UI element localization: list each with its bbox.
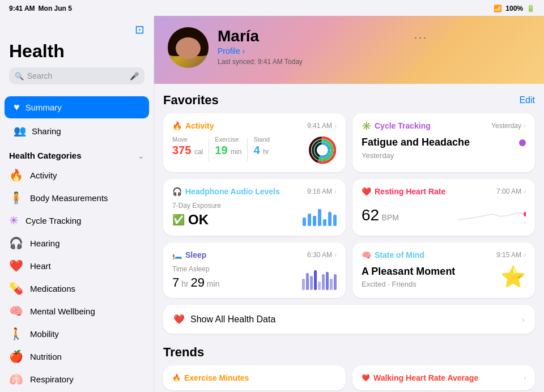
headphone-card-chevron: › (334, 188, 337, 195)
cycle-text: Fatigue and Headache Yesterday (362, 136, 470, 160)
activity-card[interactable]: 🔥 Activity 9:41 AM › Move 375 (163, 113, 346, 172)
cycle-tracking-card[interactable]: ✳️ Cycle Tracking Yesterday › Fatigue an… (352, 113, 535, 172)
sleep-bar-7 (326, 272, 329, 290)
sidebar-item-heart[interactable]: ❤️ Heart (0, 254, 154, 277)
mental-icon: 🧠 (9, 304, 23, 318)
mind-content: A Pleasant Moment Excited · Friends ⭐ (362, 265, 526, 289)
status-day: Mon Jun 5 (39, 5, 72, 12)
mini-bars (303, 203, 337, 226)
sleep-card-time: 6:30 AM (307, 251, 332, 259)
resting-heart-rate-card[interactable]: ❤️ Resting Heart Rate 7:00 AM › 62 BPM (352, 179, 535, 236)
profile-link[interactable]: Profile › (218, 46, 303, 56)
sleep-label: Time Asleep (172, 265, 219, 273)
sidebar-item-nutrition[interactable]: 🍎 Nutrition (0, 345, 154, 368)
bar-1 (303, 218, 306, 226)
profile-sync: Last synced: 9:41 AM Today (218, 58, 303, 66)
search-bar[interactable]: 🔍 Search 🎤 (9, 67, 144, 84)
bar-4 (318, 209, 321, 226)
sleep-time-container: Time Asleep 7 hr 29 min (172, 265, 219, 290)
heart-rate-card-header: ❤️ Resting Heart Rate 7:00 AM › (362, 187, 526, 196)
heart-rate-card-icon: ❤️ (362, 187, 371, 196)
search-placeholder: Search (27, 71, 126, 80)
trends-title: Trends (163, 345, 535, 360)
cycle-card-icon: ✳️ (362, 121, 371, 130)
heart-rate-unit: BPM (382, 213, 399, 222)
sidebar-item-mobility[interactable]: 🚶 Mobility (0, 322, 154, 345)
heart-icon: ♥ (14, 101, 20, 113)
mind-text: A Pleasant Moment Excited · Friends (362, 266, 455, 288)
sidebar-item-sharing[interactable]: 👥 Sharing (5, 120, 149, 142)
bar-7 (333, 215, 337, 226)
heart-rate-card-title: Resting Heart Rate (375, 187, 445, 196)
sleep-card[interactable]: 🛏️ Sleep 6:30 AM › Time Asleep 7 hr 29 (163, 242, 346, 298)
mind-card-icon: 🧠 (362, 250, 371, 259)
status-bar: 9:41 AM Mon Jun 5 📶 100% 🔋 (0, 0, 544, 16)
sleep-card-header: 🛏️ Sleep 6:30 AM › (172, 250, 337, 259)
headphone-audio-card[interactable]: 🎧 Headphone Audio Levels 9:16 AM › 7-Day… (163, 179, 346, 236)
sidebar-item-activity[interactable]: 🔥 Activity (0, 164, 154, 186)
profile-name: María (218, 27, 303, 45)
headphone-card-time: 9:16 AM (307, 188, 332, 195)
sidebar-header: ⊡ Health 🔍 Search 🎤 (0, 16, 154, 96)
sleep-bars (302, 270, 337, 290)
bar-3 (313, 216, 316, 226)
show-all-heart-icon: ❤️ (173, 314, 185, 325)
activity-card-chevron: › (334, 122, 337, 130)
activity-title-row: 🔥 Activity (172, 121, 214, 130)
wifi-icon: 📶 (494, 5, 502, 12)
heart-cat-icon: ❤️ (9, 259, 23, 272)
heart-rate-content: 62 BPM (362, 202, 526, 224)
show-all-label: Show All Health Data (190, 314, 516, 325)
status-time: 9:41 AM (9, 5, 35, 12)
three-dots-menu[interactable]: ··· (312, 27, 530, 48)
chevron-down-icon[interactable]: ⌄ (138, 151, 144, 160)
sidebar-item-respiratory[interactable]: 🫁 Respiratory (0, 368, 154, 390)
ok-text: OK (188, 212, 209, 228)
sidebar: ⊡ Health 🔍 Search 🎤 ♥ Summary 👥 Sharing … (0, 16, 154, 392)
headphone-left: 7-Day Exposure ✅ OK (172, 202, 221, 228)
medications-icon: 💊 (9, 282, 23, 295)
edit-button[interactable]: Edit (519, 95, 535, 105)
cycle-dot (519, 139, 526, 146)
body-icon: 🧍 (9, 191, 23, 204)
show-all-row[interactable]: ❤️ Show All Health Data › (163, 305, 535, 334)
sidebar-item-hearing[interactable]: 🎧 Hearing (0, 232, 154, 254)
sidebar-item-cycle-tracking[interactable]: ✳ Cycle Tracking (0, 209, 154, 232)
sleep-bar-4 (314, 270, 317, 290)
trends-section: Trends 🔥 Exercise Minutes ❤️ Walking Hea… (163, 345, 535, 390)
sharing-icon: 👥 (14, 125, 26, 137)
sidebar-item-mental-wellbeing[interactable]: 🧠 Mental Wellbeing (0, 300, 154, 322)
profile-info: María Profile › Last synced: 9:41 AM Tod… (218, 27, 303, 66)
activity-icon: 🔥 (9, 168, 23, 182)
move-metric: Move 375 cal (172, 136, 203, 157)
ok-row: ✅ OK (172, 212, 221, 228)
trend-card-exercise[interactable]: 🔥 Exercise Minutes (163, 365, 346, 390)
sidebar-toggle-icon[interactable]: ⊡ (135, 23, 144, 36)
state-of-mind-card[interactable]: 🧠 State of Mind 9:15 AM › A Pleasant Mom… (352, 242, 535, 298)
sleep-title-row: 🛏️ Sleep (172, 250, 206, 259)
metric-divider-2 (247, 139, 248, 161)
cycle-icon: ✳ (9, 214, 19, 227)
sidebar-item-medications[interactable]: 💊 Medications (0, 277, 154, 300)
sidebar-item-body-measurements[interactable]: 🧍 Body Measurements (0, 186, 154, 209)
respiratory-icon: 🫁 (9, 372, 23, 386)
headphone-card-header: 🎧 Headphone Audio Levels 9:16 AM › (172, 187, 337, 196)
sleep-bar-1 (302, 279, 305, 290)
mind-description: Excited · Friends (362, 280, 455, 288)
scroll-content: Favorites Edit 🔥 Activity 9:41 AM › (154, 84, 544, 392)
hero-section: María Profile › Last synced: 9:41 AM Tod… (154, 16, 544, 84)
sleep-card-chevron: › (334, 251, 337, 259)
bar-6 (328, 212, 332, 226)
bar-2 (308, 214, 311, 226)
ok-icon: ✅ (172, 214, 185, 226)
sleep-bar-8 (330, 279, 333, 290)
sidebar-item-summary[interactable]: ♥ Summary (5, 96, 149, 118)
activity-card-icon: 🔥 (172, 121, 182, 130)
search-icon: 🔍 (15, 72, 24, 80)
mind-card-chevron: › (524, 251, 526, 259)
mic-icon[interactable]: 🎤 (130, 72, 139, 80)
cards-grid: 🔥 Activity 9:41 AM › Move 375 (163, 113, 535, 298)
mind-card-title: State of Mind (375, 250, 424, 259)
trend-card-walking-heart[interactable]: ❤️ Walking Heart Rate Average › (352, 365, 535, 390)
sleep-time: 7 hr 29 min (172, 275, 219, 289)
